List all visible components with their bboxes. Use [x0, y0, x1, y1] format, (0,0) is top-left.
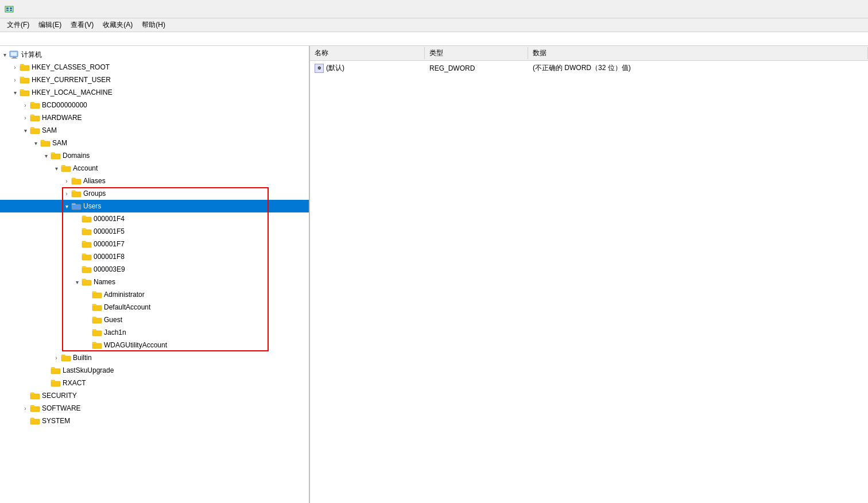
maximize-button[interactable]: [811, 0, 837, 18]
folder-icon: [51, 151, 61, 160]
tree-toggle-groups[interactable]: ›: [62, 189, 71, 198]
tree-item-defacc[interactable]: DefaultAccount: [0, 301, 309, 314]
tree-item-groups[interactable]: › Groups: [0, 187, 309, 200]
tree-item-bcd[interactable]: › BCD00000000: [0, 99, 309, 111]
tree-toggle-domains[interactable]: ▾: [41, 151, 51, 160]
folder-icon: [30, 113, 40, 122]
tree-item-hklm[interactable]: ▾ HKEY_LOCAL_MACHINE: [0, 86, 309, 99]
folder-icon: [51, 366, 61, 375]
menu-item[interactable]: 帮助(H): [137, 19, 170, 31]
tree-label-system: SYSTEM: [42, 417, 70, 425]
folder-icon: [40, 138, 51, 148]
tree-item-u1f4[interactable]: 000001F4: [0, 212, 309, 225]
menu-item[interactable]: 文件(F): [2, 19, 34, 31]
folder-icon: [30, 416, 40, 425]
tree-item-sam[interactable]: ▾ SAM: [0, 124, 309, 137]
folder-icon: [92, 328, 102, 337]
tree-item-sam2[interactable]: ▾ SAM: [0, 137, 309, 149]
tree-item-users[interactable]: ▾ Users: [0, 200, 309, 212]
folder-icon: [20, 75, 30, 84]
tree-item-jach1n[interactable]: Jach1n: [0, 326, 309, 339]
tree-item-hardware[interactable]: › HARDWARE: [0, 111, 309, 124]
tree-item-security[interactable]: SECURITY: [0, 389, 309, 402]
tree-label-u1f8: 000001F8: [94, 253, 125, 261]
tree-label-hklm: HKEY_LOCAL_MACHINE: [32, 88, 113, 96]
tree-item-u1f5[interactable]: 000001F5: [0, 225, 309, 238]
tree-item-guest[interactable]: Guest: [0, 314, 309, 326]
close-button[interactable]: [837, 0, 863, 18]
tree-toggle-sam2[interactable]: ▾: [31, 138, 40, 148]
tree-label-hkcr: HKEY_CLASSES_ROOT: [32, 63, 110, 71]
menu-item[interactable]: 编辑(E): [34, 19, 66, 31]
tree-item-hkcr[interactable]: › HKEY_CLASSES_ROOT: [0, 61, 309, 73]
tree-label-rxact: RXACT: [63, 379, 86, 387]
folder-icon: [71, 189, 82, 198]
folder-icon: [82, 214, 92, 223]
tree-item-software[interactable]: › SOFTWARE: [0, 402, 309, 415]
folder-icon: [82, 239, 92, 249]
tree-toggle-hkcu[interactable]: ›: [10, 75, 20, 84]
tree-toggle-builtin[interactable]: ›: [52, 353, 61, 362]
row-name-label: (默认): [326, 63, 344, 73]
tree-item-wdag[interactable]: WDAGUtilityAccount: [0, 339, 309, 351]
tree-label-computer: 计算机: [21, 50, 42, 60]
window-controls: [784, 0, 863, 18]
tree-item-domains[interactable]: ▾ Domains: [0, 149, 309, 162]
tree-toggle-aliases[interactable]: ›: [62, 176, 71, 185]
menu-bar: 文件(F)编辑(E)查看(V)收藏夹(A)帮助(H): [0, 18, 868, 32]
tree-toggle-sam[interactable]: ▾: [21, 126, 30, 135]
tree-item-account[interactable]: ▾ Account: [0, 162, 309, 175]
tree-item-rxact[interactable]: RXACT: [0, 377, 309, 389]
tree-label-software: SOFTWARE: [42, 404, 81, 412]
tree-toggle-users[interactable]: ▾: [62, 202, 71, 211]
tree-item-u1f8[interactable]: 000001F8: [0, 250, 309, 263]
col-header-name[interactable]: 名称: [310, 47, 425, 59]
tree-toggle-software[interactable]: ›: [21, 404, 30, 413]
tree-label-lastsku: LastSkuUpgrade: [63, 366, 114, 374]
tree-item-hkcu[interactable]: › HKEY_CURRENT_USER: [0, 73, 309, 86]
tree-item-u3e9[interactable]: 000003E9: [0, 263, 309, 276]
minimize-button[interactable]: [784, 0, 811, 18]
tree-label-hardware: HARDWARE: [42, 114, 82, 122]
table-row[interactable]: ⚙(默认)REG_DWORD(不正确的 DWORD（32 位）值): [310, 61, 868, 75]
tree-item-builtin[interactable]: › Builtin: [0, 351, 309, 364]
tree-toggle-hkcr[interactable]: ›: [10, 63, 20, 72]
tree-toggle-hardware[interactable]: ›: [21, 113, 30, 122]
folder-icon: [20, 88, 30, 97]
tree-label-u1f7: 000001F7: [94, 240, 125, 248]
tree-toggle-computer[interactable]: ▾: [0, 50, 9, 59]
folder-icon: [30, 404, 40, 413]
folder-icon: [71, 176, 82, 185]
svg-rect-6: [11, 52, 17, 56]
menu-item[interactable]: 收藏夹(A): [98, 19, 137, 31]
col-header-type[interactable]: 类型: [425, 47, 528, 59]
tree-toggle-bcd[interactable]: ›: [21, 100, 30, 110]
tree-item-admin[interactable]: Administrator: [0, 288, 309, 301]
tree-toggle-hklm[interactable]: ▾: [10, 88, 20, 97]
folder-icon: [71, 202, 82, 211]
tree-item-names[interactable]: ▾ Names: [0, 276, 309, 288]
cell-data: (不正确的 DWORD（32 位）值): [528, 62, 868, 74]
tree-label-account: Account: [73, 164, 98, 172]
tree-item-lastsku[interactable]: LastSkuUpgrade: [0, 364, 309, 377]
folder-icon: [61, 353, 71, 362]
tree-label-jach1n: Jach1n: [104, 328, 126, 336]
tree-toggle-names[interactable]: ▾: [72, 277, 82, 287]
tree-item-system[interactable]: SYSTEM: [0, 415, 309, 427]
tree-label-u1f4: 000001F4: [94, 215, 125, 223]
folder-icon: [61, 164, 71, 173]
tree-item-u1f7[interactable]: 000001F7: [0, 238, 309, 250]
menu-item[interactable]: 查看(V): [66, 19, 98, 31]
tree-toggle-account[interactable]: ▾: [52, 164, 61, 173]
folder-icon: [92, 290, 102, 299]
svg-rect-2: [10, 7, 12, 9]
computer-icon: [9, 50, 20, 59]
col-header-data[interactable]: 数据: [528, 47, 868, 59]
title-bar: [0, 0, 868, 18]
tree-label-defacc: DefaultAccount: [104, 303, 150, 311]
tree-item-aliases[interactable]: › Aliases: [0, 175, 309, 187]
svg-rect-4: [10, 10, 12, 11]
tree-pane[interactable]: ▾ 计算机› HKEY_CLASSES_ROOT› HKEY_CURRENT_U…: [0, 46, 310, 503]
tree-item-computer[interactable]: ▾ 计算机: [0, 48, 309, 61]
folder-icon: [30, 126, 40, 135]
